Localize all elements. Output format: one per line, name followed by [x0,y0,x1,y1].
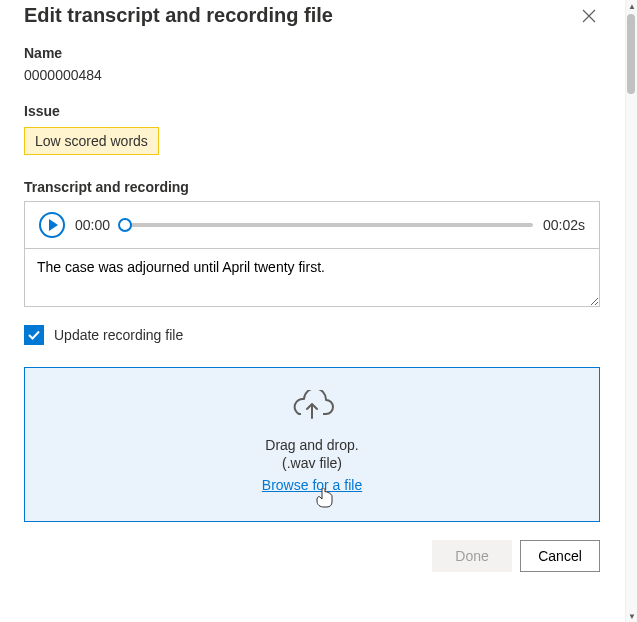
name-value: 0000000484 [24,67,600,83]
audio-player: 00:00 00:02s [25,202,599,248]
seek-slider[interactable] [120,218,533,232]
pointer-cursor-icon [316,488,334,511]
scrollbar[interactable]: ▲ ▼ [625,0,637,622]
file-dropzone[interactable]: Drag and drop. (.wav file) Browse for a … [24,367,600,522]
play-icon [49,219,58,231]
update-recording-label: Update recording file [54,327,183,343]
close-icon [582,9,596,23]
dropzone-text-2: (.wav file) [35,455,589,471]
issue-label: Issue [24,103,600,119]
duration-time: 00:02s [543,217,585,233]
name-label: Name [24,45,600,61]
dropzone-text-1: Drag and drop. [35,437,589,453]
slider-thumb[interactable] [118,218,132,232]
browse-file-link[interactable]: Browse for a file [262,477,362,493]
close-button[interactable] [578,5,600,27]
scroll-up-arrow[interactable]: ▲ [626,0,637,12]
done-button: Done [432,540,512,572]
transcript-textarea[interactable] [25,248,599,306]
scroll-down-arrow[interactable]: ▼ [626,610,637,622]
dialog-title: Edit transcript and recording file [24,4,333,27]
play-button[interactable] [39,212,65,238]
transcript-card: 00:00 00:02s [24,201,600,307]
cancel-button[interactable]: Cancel [520,540,600,572]
transcript-label: Transcript and recording [24,179,600,195]
scroll-thumb[interactable] [627,14,635,94]
slider-track [120,223,533,227]
checkmark-icon [27,328,41,342]
issue-chip: Low scored words [24,127,159,155]
update-recording-checkbox[interactable] [24,325,44,345]
current-time: 00:00 [75,217,110,233]
upload-cloud-icon [35,390,589,425]
